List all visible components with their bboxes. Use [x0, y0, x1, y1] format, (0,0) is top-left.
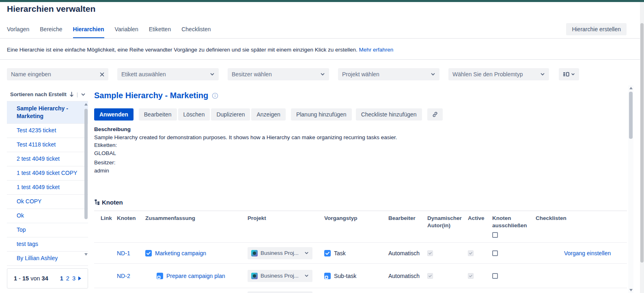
list-item[interactable]: Ok COPY [7, 195, 88, 209]
create-hierarchy-button[interactable]: Hierarchie erstellen [566, 23, 627, 35]
summary-link[interactable]: Prepare campaign plan [166, 273, 225, 279]
duplicate-button[interactable]: Duplizieren [211, 108, 250, 121]
node-id-link[interactable]: ND-1 [117, 250, 130, 256]
chevron-down-icon [304, 251, 309, 255]
project-select[interactable]: Business Proj... [248, 270, 312, 282]
list-item[interactable]: By Lillian Ashley [7, 252, 88, 266]
apply-button[interactable]: Anwenden [94, 108, 134, 121]
pagination-end: 15 [22, 275, 29, 282]
exclude-all-checkbox[interactable] [492, 232, 498, 238]
hierarchy-tree-icon [94, 199, 100, 205]
list-item[interactable]: Test 4118 ticket [7, 138, 88, 152]
exclude-node-checkbox[interactable] [492, 250, 498, 256]
sort-header[interactable]: Sortieren nach Erstellt | [7, 88, 88, 101]
page-3-link[interactable]: 3 [72, 275, 75, 282]
dynamic-author-checkbox [427, 273, 433, 279]
clear-icon[interactable] [100, 72, 104, 77]
summary-cell: Prepare campaign plan [145, 273, 248, 279]
page-title: Hierarchien verwalten [7, 4, 95, 14]
label-filter-placeholder: Etikett auswählen [121, 71, 210, 78]
page-2-link[interactable]: 2 [66, 275, 69, 282]
nodes-section-header: Knoten [94, 199, 123, 206]
issuetype-cell: Sub-task [324, 273, 388, 279]
tab-vorlagen[interactable]: Vorlagen [7, 26, 29, 39]
issuetype-cell: Task [324, 250, 388, 256]
project-select[interactable]: Business Proj... [248, 291, 312, 293]
sidebar-pagination: 1 - 15 von 34 1 2 3 [7, 268, 88, 289]
columns-icon [563, 71, 569, 77]
tab-variablen[interactable]: Variablen [115, 26, 138, 39]
scroll-up-icon[interactable] [629, 87, 633, 89]
issuetype-filter-select[interactable]: Wählen Sie den Problemtyp [448, 68, 549, 80]
scroll-down-icon[interactable] [629, 289, 633, 291]
hierarchy-list: Sample Hierarchy - Marketing Test 4235 t… [7, 101, 88, 266]
owner-filter-select[interactable]: Besitzer wählen [228, 68, 329, 80]
list-item[interactable]: Sample Hierarchy - Marketing [7, 101, 88, 124]
name-filter-placeholder: Name eingeben [11, 71, 100, 78]
list-item[interactable]: Top [7, 223, 88, 237]
list-item[interactable]: 2 test 4049 ticket [7, 152, 88, 166]
col-dynamischer-autor: Dynamischer Autor(in) [427, 215, 468, 229]
pagination-of-label: von [30, 275, 40, 282]
project-select[interactable]: Business Proj... [248, 247, 312, 259]
chevron-down-icon [304, 274, 309, 278]
list-item[interactable]: 1 test 4049 ticket [7, 181, 88, 195]
copy-link-button[interactable] [427, 108, 443, 121]
show-button[interactable]: Anzeigen [251, 108, 285, 121]
learn-more-link[interactable]: Mehr erfahren [359, 47, 394, 53]
browser-scrollbar-thumb[interactable] [640, 23, 644, 263]
chevron-down-icon [540, 72, 545, 77]
issuetype-label: Sub-task [334, 273, 356, 279]
list-item[interactable]: 1 test 4049 ticket COPY [7, 166, 88, 181]
content-scrollbar-thumb[interactable] [629, 92, 633, 139]
label-filter-select[interactable]: Etikett auswählen [117, 68, 219, 80]
tab-hierarchien[interactable]: Hierarchien [73, 26, 104, 39]
pagination-total: 34 [42, 275, 48, 282]
column-settings-button[interactable] [559, 68, 579, 80]
task-icon [145, 250, 152, 256]
list-item[interactable]: Test 4235 ticket [7, 124, 88, 138]
sidebar-scrollbar[interactable] [84, 103, 88, 262]
owner-label: Besitzer: [94, 159, 397, 167]
next-page-icon[interactable] [78, 276, 81, 280]
edit-button[interactable]: Bearbeiten [139, 108, 177, 121]
add-checklist-button[interactable]: Checkliste hinzufügen [356, 108, 422, 121]
summary-link[interactable]: Marketing campaign [155, 250, 206, 256]
tab-checklisten[interactable]: Checklisten [181, 26, 211, 39]
col-knoten: Knoten [117, 215, 145, 222]
sort-menu-chevron-icon[interactable] [81, 92, 86, 97]
scroll-up-icon[interactable] [84, 103, 88, 106]
scroll-down-icon[interactable] [84, 253, 88, 256]
list-item[interactable]: Ok [7, 209, 88, 223]
sidebar-scrollbar-thumb[interactable] [84, 109, 88, 219]
page-1-link[interactable]: 1 [60, 275, 63, 282]
add-planning-button[interactable]: Planung hinzufügen [291, 108, 352, 121]
list-item[interactable]: test tags [7, 237, 88, 252]
project-filter-select[interactable]: Projekt wählen [338, 68, 439, 80]
pagination-start: 1 [14, 275, 17, 282]
sort-direction-icon[interactable] [69, 92, 74, 97]
tab-etiketten[interactable]: Etiketten [149, 26, 171, 39]
info-icon[interactable] [212, 93, 218, 99]
active-checkbox [468, 250, 474, 256]
node-id-link[interactable]: ND-2 [117, 273, 130, 279]
set-issue-link[interactable]: Vorgang einstellen [536, 250, 611, 256]
description-block: Beschreibung Sample Hierarchy created fo… [94, 125, 397, 175]
assignee-value: Automatisch [388, 273, 420, 279]
link-icon [432, 111, 438, 118]
owner-filter-placeholder: Besitzer wählen [232, 71, 320, 78]
content-scrollbar[interactable] [628, 85, 633, 293]
dynamic-author-checkbox [427, 250, 433, 256]
exclude-node-checkbox[interactable] [492, 273, 498, 279]
tab-bereiche[interactable]: Bereiche [40, 26, 62, 39]
sort-separator: | [77, 91, 78, 97]
browser-scrollbar[interactable] [640, 2, 644, 293]
intro-sentence: Eine Hierarchie ist eine einfache Möglic… [7, 47, 358, 53]
table-row: ND-1 Marketing campaign Business Proj... [94, 242, 627, 263]
col-vorgangstyp: Vorgangstyp [324, 215, 388, 222]
name-filter-input[interactable]: Name eingeben [7, 68, 108, 80]
summary-cell: Marketing campaign [145, 250, 248, 256]
project-avatar [251, 250, 258, 256]
subtask-icon [324, 273, 331, 279]
delete-button[interactable]: Löschen [178, 108, 210, 121]
